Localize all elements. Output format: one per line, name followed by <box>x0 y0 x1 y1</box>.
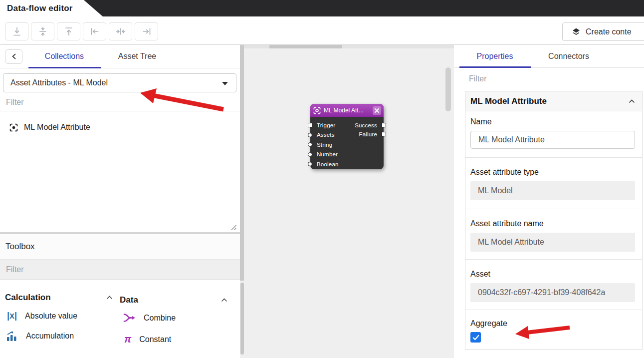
input-pin[interactable] <box>308 123 312 127</box>
group-label: Data <box>120 295 138 305</box>
port-trigger[interactable]: Trigger <box>310 120 384 130</box>
field-label: Asset attribute name <box>470 219 635 228</box>
node-ports: Success Failure Trigger Assets String <box>310 117 384 169</box>
input-pin[interactable] <box>308 162 312 166</box>
properties-filter <box>454 70 644 88</box>
align-bottom-icon <box>11 26 22 37</box>
chevron-up-icon <box>221 298 227 302</box>
input-pin[interactable] <box>308 152 312 157</box>
asset-value: 0904c32f-c697-4291-bf39-408f642a <box>470 283 635 302</box>
toolbox-section: Toolbox Calculation Data |x| Absolute va… <box>0 232 240 358</box>
node-header[interactable]: ML Model Att... <box>310 104 384 117</box>
toolbox-item-accumulation[interactable]: Accumulation <box>6 331 74 342</box>
create-context-label: Create conte <box>586 27 632 36</box>
chevron-up-icon <box>629 99 635 103</box>
port-label: Number <box>317 151 338 157</box>
create-context-button[interactable]: Create conte <box>562 22 644 41</box>
list-item-label: ML Model Attribute <box>24 123 90 132</box>
left-panel-tabs: Collections Asset Tree <box>0 45 240 68</box>
field-label: Aggregate <box>470 319 635 328</box>
input-pin[interactable] <box>308 133 312 137</box>
port-label: String <box>317 142 332 148</box>
aggregate-checkbox[interactable] <box>470 332 481 343</box>
divider <box>465 157 642 158</box>
divider <box>465 310 642 310</box>
right-panel-tabs: Properties Connectors <box>454 45 644 68</box>
node-close-button[interactable] <box>373 106 381 115</box>
toolbox-header: Toolbox <box>0 234 240 260</box>
port-assets[interactable]: Assets <box>310 130 384 140</box>
canvas-horizontal-scrollbar-thumb[interactable] <box>269 45 342 48</box>
properties-filter-input[interactable] <box>454 70 644 88</box>
tab-collections[interactable]: Collections <box>28 52 101 61</box>
collection-select[interactable]: Asset Attributes - ML Model <box>3 73 236 92</box>
active-tab-underline <box>28 67 101 68</box>
toolbox-item-absolute-value[interactable]: |x| Absolute value <box>7 311 77 321</box>
toolbox-item-label: Accumulation <box>26 332 74 341</box>
chevron-left-icon <box>11 53 16 59</box>
app-title: Data-flow editor <box>0 3 73 13</box>
align-left-icon <box>89 26 100 37</box>
toolbox-item-label: Combine <box>144 314 176 323</box>
close-icon <box>375 108 379 113</box>
group-header-calculation[interactable]: Calculation <box>5 293 113 303</box>
combine-icon <box>123 313 136 323</box>
tab-properties[interactable]: Properties <box>458 52 532 61</box>
align-top-button[interactable] <box>57 22 80 40</box>
divider <box>465 209 642 209</box>
chevron-up-icon <box>106 296 113 300</box>
properties-card: ML Model Attribute Name Asset attribute … <box>465 91 643 350</box>
layers-icon <box>572 27 581 36</box>
toolbox-title: Toolbox <box>0 242 35 252</box>
flow-canvas[interactable]: ML Model Att... Success Failure Trigger <box>244 45 454 358</box>
port-boolean[interactable]: Boolean <box>310 159 384 169</box>
group-header-data[interactable]: Data <box>120 295 227 305</box>
scan-target-icon <box>9 123 18 132</box>
align-right-button[interactable] <box>135 22 158 40</box>
tab-connectors[interactable]: Connectors <box>532 52 606 61</box>
port-number[interactable]: Number <box>310 150 384 160</box>
toolbox-item-combine[interactable]: Combine <box>123 313 176 323</box>
asset-attribute-type-value: ML Model <box>470 181 635 200</box>
field-label: Asset attribute type <box>470 168 635 177</box>
properties-card-title: ML Model Attribute <box>470 96 629 106</box>
align-vertical-center-button[interactable] <box>31 22 54 40</box>
collections-filter-input[interactable] <box>0 94 240 111</box>
tab-asset-tree[interactable]: Asset Tree <box>101 52 174 61</box>
scan-target-icon <box>313 107 321 114</box>
align-left-button[interactable] <box>83 22 106 40</box>
node-ml-model-attribute[interactable]: ML Model Att... Success Failure Trigger <box>310 104 384 169</box>
toolbox-item-constant[interactable]: π Constant <box>124 334 171 345</box>
chevron-down-icon <box>222 82 228 85</box>
field-asset: Asset 0904c32f-c697-4291-bf39-408f642a <box>465 270 642 302</box>
collapse-panel-button[interactable] <box>5 49 22 64</box>
canvas-vertical-scrollbar-thumb[interactable] <box>445 67 451 111</box>
group-label: Calculation <box>5 293 51 303</box>
field-aggregate: Aggregate <box>465 319 642 343</box>
asset-attribute-name-value: ML Model Attribute <box>470 233 635 252</box>
align-bottom-button[interactable] <box>5 22 28 40</box>
toolbox-filter <box>0 260 240 280</box>
list-item-ml-model-attribute[interactable]: ML Model Attribute <box>0 119 240 136</box>
name-input[interactable] <box>470 131 635 149</box>
collection-select-value: Asset Attributes - ML Model <box>3 78 108 87</box>
toolbox-filter-input[interactable] <box>0 260 240 279</box>
absolute-value-icon: |x| <box>7 311 17 321</box>
toolbox-scrollbar-thumb[interactable] <box>240 283 244 355</box>
input-pin[interactable] <box>308 142 312 147</box>
canvas-horizontal-scrollbar[interactable] <box>244 45 454 48</box>
field-label: Asset <box>470 270 635 279</box>
properties-card-header[interactable]: ML Model Attribute <box>465 91 642 111</box>
panel-splitter[interactable] <box>240 45 244 281</box>
toolbox-scrollbar[interactable] <box>240 281 244 358</box>
collections-filter <box>0 94 240 111</box>
align-horizontal-center-button[interactable] <box>109 22 132 40</box>
app-title-tab: Data-flow editor <box>0 0 103 16</box>
field-asset-attribute-name: Asset attribute name ML Model Attribute <box>465 219 642 252</box>
field-asset-attribute-type: Asset attribute type ML Model <box>465 168 642 200</box>
right-panel: Properties Connectors ML Model Attribute… <box>454 45 644 358</box>
port-string[interactable]: String <box>310 140 384 150</box>
port-label: Trigger <box>317 122 335 128</box>
field-name: Name <box>465 117 642 149</box>
port-label: Boolean <box>317 161 339 167</box>
